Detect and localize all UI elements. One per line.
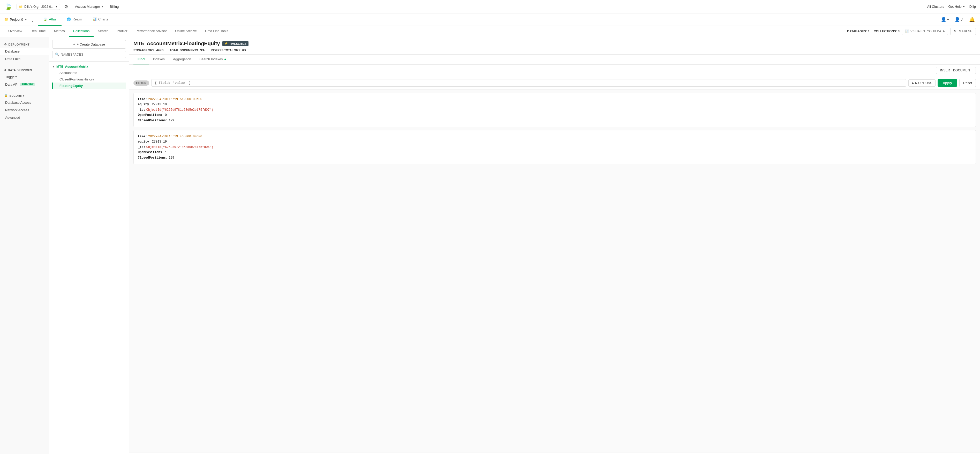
collection-tabs: Find Indexes Aggregation Search Indexes …	[129, 54, 980, 65]
db-list-panel: + + Create Database 🔍 ▼ MT5_AccountMetri…	[49, 37, 129, 454]
bell-icon[interactable]: 🔔	[968, 16, 976, 24]
tab-search-indexes[interactable]: Search Indexes ●	[195, 54, 231, 64]
doc-field-id-2: _id: ObjectId("6252d9721e53d5e2b175fd04"…	[138, 145, 972, 150]
databases-count-label: DATABASES: 1	[847, 29, 870, 33]
data-services-section-title: ◈ DATA SERVICES	[0, 67, 49, 73]
tab-aggregation[interactable]: Aggregation	[169, 54, 195, 64]
doc-id-2-value: ObjectId("6252d9721e53d5e2b175fd04")	[146, 145, 213, 150]
billing-label: Billing	[110, 5, 119, 8]
top-nav: 🍃 📁 Dilip's Org - 2022-0... ▼ ⚙ Access M…	[0, 0, 980, 13]
get-help-chevron-icon: ▼	[963, 5, 965, 8]
collection-item-accountinfo[interactable]: AccountInfo	[52, 70, 126, 76]
realm-label: Realm	[72, 18, 82, 21]
charts-label: Charts	[98, 18, 108, 21]
sidebar-item-database[interactable]: Database	[0, 48, 49, 55]
atlas-icon: 🍃	[43, 18, 47, 21]
tab-find[interactable]: Find	[134, 54, 149, 64]
insert-document-button[interactable]: INSERT DOCUMENT	[936, 67, 976, 74]
triggers-label: Triggers	[5, 75, 18, 79]
options-chevron-icon: ▶	[912, 81, 914, 85]
search-namespaces-input[interactable]	[61, 53, 123, 56]
doc-time-2-value: 2022-04-10T16:19:46.000+00:00	[148, 134, 202, 139]
deployment-section-title: ⚙ DEPLOYMENT	[0, 41, 49, 48]
charts-icon: 📊	[92, 18, 97, 21]
logo-icon: 🍃	[4, 3, 13, 11]
db-stats: DATABASES: 1 COLLECTIONS: 3	[847, 29, 900, 33]
project-folder-icon: 📁	[4, 18, 8, 21]
billing-link[interactable]: Billing	[107, 3, 121, 10]
sidebar-item-advanced[interactable]: Advanced	[0, 114, 49, 121]
timeseries-icon: ⚡	[224, 42, 228, 45]
timeseries-label: TIMESERIES	[229, 42, 247, 45]
tab-profiler[interactable]: Profiler	[113, 26, 131, 37]
sidebar-item-network-access[interactable]: Network Access	[0, 106, 49, 114]
tab-indexes[interactable]: Indexes	[149, 54, 169, 64]
org-selector[interactable]: 📁 Dilip's Org - 2022-0... ▼	[16, 4, 60, 10]
options-label: ▶ OPTIONS	[915, 81, 932, 85]
bottom-bar: ◀ ◀ PREVIOUS 1-20 of many results NEXT ▶	[129, 452, 980, 454]
user-plus-icon[interactable]: 👤+	[940, 16, 950, 24]
sidebar-item-database-access[interactable]: Database Access	[0, 99, 49, 106]
tab-atlas[interactable]: 🍃 Atlas	[38, 14, 62, 25]
apply-button[interactable]: Apply	[938, 79, 957, 87]
second-nav-tabs: 🍃 Atlas 🌐 Realm 📊 Charts	[38, 14, 113, 25]
tab-search[interactable]: Search	[94, 26, 113, 37]
user-check-icon[interactable]: 👤✓	[953, 16, 965, 24]
network-access-label: Network Access	[5, 108, 29, 112]
search-indexes-dot: ●	[224, 57, 226, 61]
tab-collections[interactable]: Collections	[69, 26, 94, 37]
tab-performance-advisor[interactable]: Performance Advisor	[132, 26, 171, 37]
sidebar-item-datalake[interactable]: Data Lake	[0, 55, 49, 63]
all-clusters-link[interactable]: All Clusters	[927, 5, 944, 8]
doc-equity-1-value: 27013.19	[152, 102, 167, 107]
sidebar-item-triggers[interactable]: Triggers	[0, 73, 49, 81]
access-manager-chevron-icon: ▼	[101, 5, 104, 8]
chart-bar-icon: 📊	[905, 29, 909, 33]
data-services-icon: ◈	[4, 68, 6, 72]
chevron-down-icon: ▼	[52, 65, 55, 68]
collection-item-closedpositions[interactable]: ClosedPositionsHistory	[52, 76, 126, 83]
visualize-data-button[interactable]: 📊 VISUALIZE YOUR DATA	[902, 28, 948, 35]
doc-field-equity-1: equity: 27013.19	[138, 102, 972, 107]
tab-online-archive[interactable]: Online Archive	[171, 26, 201, 37]
user-menu-button[interactable]: Dilip	[969, 5, 976, 8]
top-nav-right: All Clusters Get Help ▼ Dilip	[927, 5, 976, 8]
filter-label: FILTER	[134, 80, 149, 86]
collections-count-value: 3	[898, 29, 900, 33]
document-card-1: time: 2022-04-10T16:19:51.000+00:00 equi…	[134, 93, 976, 127]
realm-icon: 🌐	[67, 18, 71, 21]
db-entry-mt5: ▼ MT5_AccountMetrix AccountInfo ClosedPo…	[49, 62, 129, 91]
search-ns-icon: 🔍	[55, 53, 59, 56]
tab-charts[interactable]: 📊 Charts	[88, 14, 113, 25]
options-button[interactable]: ▶ ▶ OPTIONS	[908, 80, 935, 87]
documents-area: time: 2022-04-10T16:19:51.000+00:00 equi…	[129, 90, 980, 452]
tab-overview[interactable]: Overview	[4, 26, 26, 37]
project-selector[interactable]: 📁 Project 0 ▼	[4, 18, 27, 21]
doc-equity-2-value: 27013.19	[152, 139, 167, 144]
doc-field-time-1: time: 2022-04-10T16:19:51.000+00:00	[138, 97, 972, 102]
create-database-button[interactable]: + + Create Database	[52, 40, 126, 49]
timeseries-badge: ⚡ TIMESERIES	[223, 41, 248, 46]
cluster-sub-nav: Overview Real Time Metrics Collections S…	[0, 26, 980, 37]
refresh-button[interactable]: ↻ REFRESH	[950, 28, 976, 35]
reset-button[interactable]: Reset	[959, 79, 976, 87]
db-name: MT5_AccountMetrix	[56, 65, 88, 68]
db-name-row[interactable]: ▼ MT5_AccountMetrix	[52, 64, 126, 70]
sidebar-item-dataapi[interactable]: Data API PREVIEW	[0, 81, 49, 88]
tab-metrics[interactable]: Metrics	[50, 26, 69, 37]
project-options-button[interactable]: ⋮	[29, 17, 36, 22]
insert-doc-row: INSERT DOCUMENT	[129, 65, 980, 76]
indexes-total-value: 0B	[242, 49, 246, 52]
tab-realm[interactable]: 🌐 Realm	[62, 14, 88, 25]
databases-count-value: 1	[868, 29, 870, 33]
access-manager-link[interactable]: Access Manager ▼	[72, 3, 106, 10]
settings-icon[interactable]: ⚙	[64, 4, 68, 10]
tab-realtime[interactable]: Real Time	[26, 26, 50, 37]
filter-input[interactable]	[151, 79, 906, 87]
get-help-button[interactable]: Get Help ▼	[948, 5, 965, 8]
doc-field-openpositions-2: OpenPositions: 1	[138, 150, 972, 155]
collections-count-label: COLLECTIONS: 3	[874, 29, 900, 33]
collections-list: AccountInfo ClosedPositionsHistory Float…	[52, 70, 126, 89]
tab-cmd-line-tools[interactable]: Cmd Line Tools	[201, 26, 232, 37]
collection-item-floatingequity[interactable]: FloatingEquity	[52, 83, 126, 89]
